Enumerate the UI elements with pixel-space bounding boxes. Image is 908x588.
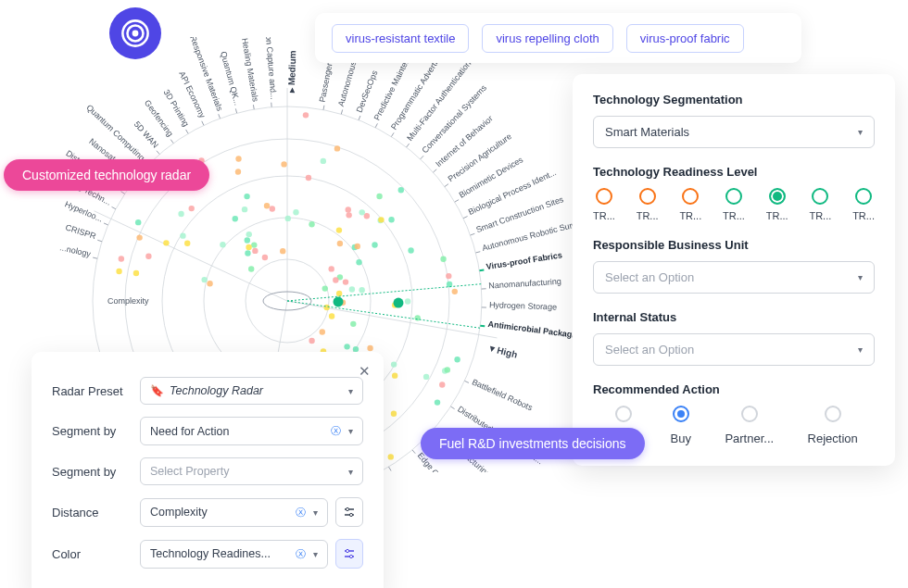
radar-tech-label[interactable]: CRISPR bbox=[64, 222, 97, 241]
radar-dot[interactable] bbox=[180, 232, 185, 238]
radar-dot[interactable] bbox=[391, 361, 397, 367]
radar-dot[interactable] bbox=[207, 281, 212, 286]
radar-dot[interactable] bbox=[189, 206, 195, 211]
radar-tech-label[interactable]: Self Healing Materials bbox=[237, 37, 260, 103]
radar-dot[interactable] bbox=[244, 194, 249, 199]
radar-tech-label[interactable]: DevSecOps bbox=[355, 69, 380, 114]
radar-dot[interactable] bbox=[372, 242, 377, 247]
radar-dot[interactable] bbox=[378, 217, 384, 222]
adjust-button-active[interactable] bbox=[335, 539, 363, 569]
radar-dot[interactable] bbox=[388, 454, 394, 459]
radar-tech-label[interactable]: Hydrogen Storage bbox=[489, 300, 557, 311]
radar-dot[interactable] bbox=[439, 382, 445, 387]
radar-dot[interactable] bbox=[280, 248, 285, 254]
radar-dot[interactable] bbox=[364, 213, 370, 219]
clear-icon[interactable]: ⓧ bbox=[331, 425, 341, 436]
radar-tech-label[interactable]: AI Avatars bbox=[391, 469, 419, 472]
radar-tech-label[interactable]: Precision Agriculture bbox=[447, 131, 513, 183]
radar-dot[interactable] bbox=[392, 372, 397, 378]
radar-tech-label[interactable]: Quantum QK... bbox=[219, 50, 242, 106]
radar-section-header-high[interactable]: ▾ High bbox=[488, 343, 519, 359]
radar-dot[interactable] bbox=[309, 338, 314, 344]
radar-dot-highlighted[interactable] bbox=[393, 298, 403, 308]
radar-dot[interactable] bbox=[248, 266, 254, 271]
radar-dot[interactable] bbox=[245, 237, 250, 243]
radar-dot[interactable] bbox=[445, 367, 450, 372]
radar-dot[interactable] bbox=[145, 253, 151, 258]
radar-dot[interactable] bbox=[178, 211, 183, 217]
radar-section-header-medium[interactable]: ▸ Medium bbox=[286, 50, 298, 94]
tag-pill[interactable]: virus-proof fabric bbox=[626, 24, 744, 53]
action-option[interactable]: Partner... bbox=[725, 406, 774, 445]
radar-dot[interactable] bbox=[356, 259, 361, 265]
radar-dot[interactable] bbox=[346, 206, 351, 212]
radar-dot[interactable] bbox=[350, 321, 356, 327]
radar-dot[interactable] bbox=[376, 194, 382, 199]
radar-dot[interactable] bbox=[119, 256, 124, 261]
radar-dot[interactable] bbox=[333, 277, 338, 282]
internal-status-select[interactable]: Select an Option ▾ bbox=[593, 333, 875, 366]
distance-select[interactable]: Complexity ⓧ▾ bbox=[140, 498, 328, 527]
tag-pill[interactable]: virus-resistant textile bbox=[332, 24, 469, 53]
radar-dot[interactable] bbox=[349, 286, 355, 292]
radar-dot[interactable] bbox=[346, 212, 351, 218]
radar-dot[interactable] bbox=[264, 203, 270, 208]
radar-dot[interactable] bbox=[329, 313, 334, 319]
trl-option[interactable]: TR... bbox=[766, 188, 788, 221]
radar-dot[interactable] bbox=[281, 161, 286, 167]
segment-by-select-2[interactable]: Select Property ▾ bbox=[140, 457, 363, 485]
radar-dot[interactable] bbox=[405, 298, 410, 304]
radar-dot-highlighted[interactable] bbox=[333, 296, 343, 307]
radar-dot[interactable] bbox=[306, 175, 311, 181]
radar-dot[interactable] bbox=[344, 344, 349, 349]
radar-dot[interactable] bbox=[293, 209, 298, 215]
radar-dot[interactable] bbox=[252, 248, 258, 254]
radar-dot[interactable] bbox=[251, 242, 257, 247]
radar-dot[interactable] bbox=[355, 244, 360, 249]
trl-option[interactable]: TR... bbox=[679, 188, 701, 221]
trl-option[interactable]: TR... bbox=[723, 188, 745, 221]
clear-icon[interactable]: ⓧ bbox=[296, 507, 306, 518]
radar-dot[interactable] bbox=[334, 145, 340, 151]
radar-dot[interactable] bbox=[359, 209, 364, 215]
radar-dot[interactable] bbox=[220, 242, 225, 247]
radar-dot[interactable] bbox=[133, 270, 139, 276]
radar-dot[interactable] bbox=[135, 219, 141, 225]
radar-tech-label[interactable]: Nanomanufacturing bbox=[488, 277, 561, 291]
adjust-button[interactable] bbox=[335, 497, 363, 527]
radar-preset-select[interactable]: 🔖Technology Radar ▾ bbox=[140, 377, 363, 405]
radar-tech-label[interactable]: ...nology bbox=[59, 243, 93, 258]
radar-dot[interactable] bbox=[388, 217, 394, 222]
radar-dot[interactable] bbox=[285, 216, 291, 221]
radar-dot[interactable] bbox=[367, 345, 372, 351]
radar-dot[interactable] bbox=[235, 169, 241, 174]
radar-dot[interactable] bbox=[359, 287, 364, 293]
radar-dot[interactable] bbox=[440, 256, 446, 262]
radar-dot[interactable] bbox=[414, 315, 420, 320]
tech-segmentation-select[interactable]: Smart Materials ▾ bbox=[593, 116, 875, 148]
clear-icon[interactable]: ⓧ bbox=[296, 548, 306, 559]
radar-dot[interactable] bbox=[398, 187, 404, 193]
radar-dot[interactable] bbox=[423, 374, 429, 380]
radar-tech-label[interactable]: Battlefield Robots bbox=[471, 377, 535, 412]
color-select[interactable]: Technology Readines... ⓧ▾ bbox=[140, 540, 328, 569]
radar-dot[interactable] bbox=[329, 266, 334, 271]
radar-dot[interactable] bbox=[116, 269, 121, 274]
trl-option[interactable]: TR... bbox=[809, 188, 831, 221]
radar-tech-label[interactable]: Carbon Capture and... bbox=[262, 37, 278, 100]
radar-dot[interactable] bbox=[201, 277, 207, 282]
radar-dot[interactable] bbox=[336, 227, 342, 232]
radar-dot[interactable] bbox=[446, 273, 451, 279]
radar-dot[interactable] bbox=[452, 289, 458, 294]
close-icon[interactable]: ✕ bbox=[359, 363, 371, 380]
radar-dot[interactable] bbox=[447, 281, 452, 287]
segment-by-select-1[interactable]: Need for Action ⓧ▾ bbox=[140, 417, 363, 445]
radar-dot[interactable] bbox=[136, 234, 142, 240]
radar-dot[interactable] bbox=[309, 221, 314, 227]
trl-option[interactable]: TR... bbox=[637, 188, 659, 221]
radar-dot[interactable] bbox=[321, 158, 326, 164]
radar-dot[interactable] bbox=[435, 399, 440, 405]
radar-dot[interactable] bbox=[323, 305, 329, 310]
radar-dot[interactable] bbox=[270, 206, 275, 211]
trl-option[interactable]: TR... bbox=[852, 188, 875, 221]
